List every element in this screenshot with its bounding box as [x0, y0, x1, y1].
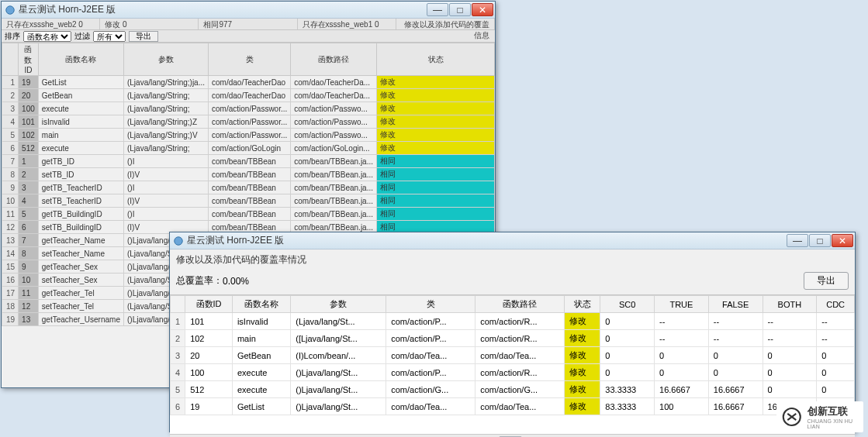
table-row[interactable]: 4 101 isInvalid (Ljava/lang/String;)Z co… [2, 115, 495, 129]
close-button[interactable]: ✕ [832, 234, 853, 247]
window-title: 星云测试 Horn-J2EE 版 [19, 3, 116, 16]
table-row[interactable]: 1 19 GetList (Ljava/lang/String;)ja... c… [2, 76, 495, 89]
col-header[interactable]: 函数路径 [291, 43, 377, 76]
cell-path: com/action/Passwo... [291, 102, 377, 115]
cell-name: setTB_TeacherID [38, 194, 123, 208]
cell: com/action/G... [475, 381, 565, 398]
row-number: 3 [171, 347, 185, 364]
cell: ()Ljava/lang/St... [291, 398, 386, 415]
cell-state: 相同 [377, 155, 495, 168]
cell: (I)Lcom/bean/... [291, 347, 386, 364]
cell: 修改 [565, 381, 600, 398]
row-number: 12 [2, 221, 19, 234]
filter-select[interactable]: 所有 [93, 31, 126, 42]
table-row[interactable]: 6 512 execute (Ljava/lang/String; com/ac… [2, 142, 495, 155]
col-rownum[interactable] [2, 43, 19, 76]
table-row[interactable]: 4 100execute()Ljava/lang/St...com/action… [171, 364, 855, 381]
cell-class: com/action/Passwor... [209, 129, 291, 142]
cell-name: getTeacher_Sex [38, 260, 123, 274]
col-rownum[interactable] [171, 296, 185, 313]
col-header[interactable]: TRUE [655, 296, 709, 313]
export-button[interactable]: 导出 [129, 31, 158, 42]
cell: 0 [817, 381, 855, 398]
table-row[interactable]: 11 5 getTB_BuildingID ()I com/bean/TBBea… [2, 208, 495, 221]
cell-name: setTB_ID [38, 168, 123, 181]
table-row[interactable]: 2 102main([Ljava/lang/St...com/action/P.… [171, 330, 855, 347]
cell-class: com/action/GoLogin [209, 142, 291, 155]
brand-logo: 创新互联 CHUANG XIN HU LIAN [776, 401, 863, 432]
table-row[interactable]: 6 19GetList()Ljava/lang/St...com/dao/Tea… [171, 398, 855, 415]
cell-name: getTB_BuildingID [38, 208, 123, 221]
row-number: 4 [2, 115, 19, 129]
col-header[interactable]: 函数ID [19, 43, 39, 76]
minimize-button[interactable]: — [427, 3, 448, 16]
col-header[interactable]: 函数名称 [232, 296, 290, 313]
col-header[interactable]: BOTH [763, 296, 817, 313]
cell: 修改 [565, 313, 600, 330]
table-scroll[interactable]: 函数ID函数名称参数类函数路径状态SC0TRUEFALSEBOTHCDC 1 1… [170, 294, 855, 434]
cell-id: 19 [19, 76, 39, 89]
col-header[interactable]: CDC [817, 296, 855, 313]
col-header[interactable]: SC0 [600, 296, 655, 313]
info-seg-4: 只存在xssshe_web1 0 [298, 19, 396, 29]
table-row[interactable]: 10 4 setTB_TeacherID (I)V com/bean/TBBea… [2, 194, 495, 208]
table-row[interactable]: 5 512execute()Ljava/lang/St...com/action… [171, 381, 855, 398]
cell-param: (Ljava/lang/String;)V [123, 129, 208, 142]
sort-select[interactable]: 函数名称 [23, 31, 71, 42]
export-button[interactable]: 导出 [804, 272, 849, 290]
cell: com/dao/Tea... [475, 347, 565, 364]
cell: 修改 [565, 347, 600, 364]
cell: 83.3333 [600, 398, 655, 415]
col-header[interactable]: 参数 [291, 296, 386, 313]
horizontal-scrollbar[interactable] [170, 434, 855, 437]
maximize-button[interactable]: □ [449, 3, 471, 16]
row-number: 9 [2, 181, 19, 194]
cell: main [232, 330, 290, 347]
maximize-button[interactable]: □ [809, 234, 831, 247]
cell-id: 102 [19, 129, 39, 142]
cell: 33.3333 [600, 381, 655, 398]
info-seg-2: 修改 0 [100, 19, 199, 29]
titlebar[interactable]: 星云测试 Horn-J2EE 版 — □ ✕ [170, 232, 855, 249]
table-row[interactable]: 2 20 GetBean (Ljava/lang/String; com/dao… [2, 89, 495, 102]
col-header[interactable]: 参数 [123, 43, 208, 76]
cell-id: 4 [19, 194, 39, 208]
cell-name: getTeacher_Tel [38, 287, 123, 300]
col-header[interactable]: 状态 [565, 296, 600, 313]
cell: com/action/G... [386, 381, 475, 398]
cell-state: 修改 [377, 89, 495, 102]
table-row[interactable]: 7 1 getTB_ID ()I com/bean/TBBean com/bea… [2, 155, 495, 168]
col-header[interactable]: 函数ID [185, 296, 233, 313]
cell: com/action/R... [475, 313, 565, 330]
row-number: 2 [2, 89, 19, 102]
cell: 0 [708, 347, 763, 364]
table-row[interactable]: 3 20GetBean(I)Lcom/bean/...com/dao/Tea..… [171, 347, 855, 364]
cell-id: 101 [19, 115, 39, 129]
col-header[interactable]: 类 [386, 296, 475, 313]
cell: 0 [817, 347, 855, 364]
cell: 100 [655, 398, 709, 415]
table-row[interactable]: 9 3 getTB_TeacherID ()I com/bean/TBBean … [2, 181, 495, 194]
col-header[interactable]: 函数名称 [38, 43, 123, 76]
cell: -- [763, 330, 817, 347]
cell-id: 7 [19, 234, 39, 247]
cell-id: 20 [19, 89, 39, 102]
col-header[interactable]: 函数路径 [475, 296, 565, 313]
table-row[interactable]: 3 100 execute (Ljava/lang/String; com/ac… [2, 102, 495, 115]
table-row[interactable]: 8 2 setTB_ID (I)V com/bean/TBBean com/be… [2, 168, 495, 181]
row-number: 5 [2, 129, 19, 142]
col-header[interactable]: 状态 [377, 43, 495, 76]
cell-id: 12 [19, 300, 39, 313]
cell-id: 5 [19, 208, 39, 221]
cell-path: com/bean/TBBean.ja... [291, 155, 377, 168]
row-number: 10 [2, 194, 19, 208]
close-button[interactable]: ✕ [472, 3, 493, 16]
col-header[interactable]: 类 [209, 43, 291, 76]
table-row[interactable]: 5 102 main (Ljava/lang/String;)V com/act… [2, 129, 495, 142]
col-header[interactable]: FALSE [708, 296, 763, 313]
table-row[interactable]: 1 101isInvalid(Ljava/lang/St...com/actio… [171, 313, 855, 330]
minimize-button[interactable]: — [787, 234, 808, 247]
info-seg-5[interactable]: 修改以及添加代码的覆盖信息 [396, 19, 495, 29]
cell: com/dao/Tea... [475, 398, 565, 415]
titlebar[interactable]: 星云测试 Horn-J2EE 版 — □ ✕ [2, 2, 495, 19]
